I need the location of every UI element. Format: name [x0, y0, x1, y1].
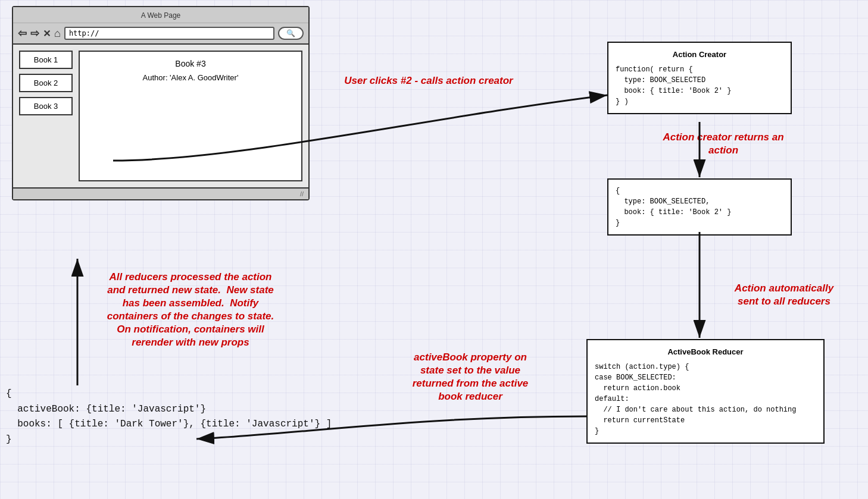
book-detail: Book #3 Author: 'Alex A. GoodWriter': [79, 51, 302, 181]
action-creator-title: Action Creator: [616, 49, 783, 61]
book-detail-title: Book #3: [89, 59, 292, 68]
active-book-property-label: activeBook property onstate set to the v…: [375, 351, 566, 403]
book-3-button[interactable]: Book 3: [19, 97, 73, 115]
book-1-button[interactable]: Book 1: [19, 51, 73, 69]
active-book-reducer-title: ActiveBook Reducer: [595, 346, 816, 358]
book-2-button[interactable]: Book 2: [19, 74, 73, 92]
active-book-reducer-box: ActiveBook Reducer switch (action.type) …: [586, 339, 825, 444]
browser-toolbar: ⇦ ⇨ ✕ ⌂ 🔍: [13, 23, 308, 45]
search-button[interactable]: 🔍: [278, 27, 304, 40]
state-code: { activeBook: {title: 'Javascript'} book…: [6, 387, 332, 447]
home-icon[interactable]: ⌂: [54, 27, 61, 40]
back-icon[interactable]: ⇦: [18, 27, 27, 40]
action-object-code: { type: BOOK_SELECTED, book: { title: 'B…: [616, 186, 783, 228]
state-output: { activeBook: {title: 'Javascript'} book…: [6, 387, 332, 447]
browser-title: A Web Page: [141, 11, 181, 20]
active-book-reducer-code: switch (action.type) { case BOOK_SELECTE…: [595, 362, 816, 437]
close-icon[interactable]: ✕: [43, 28, 51, 39]
footer-icon: //: [300, 190, 304, 197]
action-creator-code: function( return { type: BOOK_SELECTED b…: [616, 64, 783, 107]
browser-footer: //: [13, 187, 308, 199]
action-object-box: { type: BOOK_SELECTED, book: { title: 'B…: [607, 178, 792, 236]
forward-icon[interactable]: ⇨: [30, 27, 39, 40]
action-automatically-label: Action automaticallysent to all reducers: [707, 282, 861, 308]
all-reducers-label: All reducers processed the actionand ret…: [71, 271, 310, 350]
action-creator-box: Action Creator function( return { type: …: [607, 42, 792, 114]
address-bar[interactable]: [64, 27, 274, 40]
browser-content: Book 1 Book 2 Book 3 Book #3 Author: 'Al…: [13, 45, 308, 187]
action-creator-returns-label: Action creator returns an action: [649, 131, 798, 157]
book-list: Book 1 Book 2 Book 3: [19, 51, 73, 181]
book-detail-author: Author: 'Alex A. GoodWriter': [89, 73, 292, 82]
browser-window: A Web Page ⇦ ⇨ ✕ ⌂ 🔍 Book 1 Book 2 Book …: [12, 6, 310, 200]
user-clicks-label: User clicks #2 - calls action creator: [339, 74, 518, 87]
